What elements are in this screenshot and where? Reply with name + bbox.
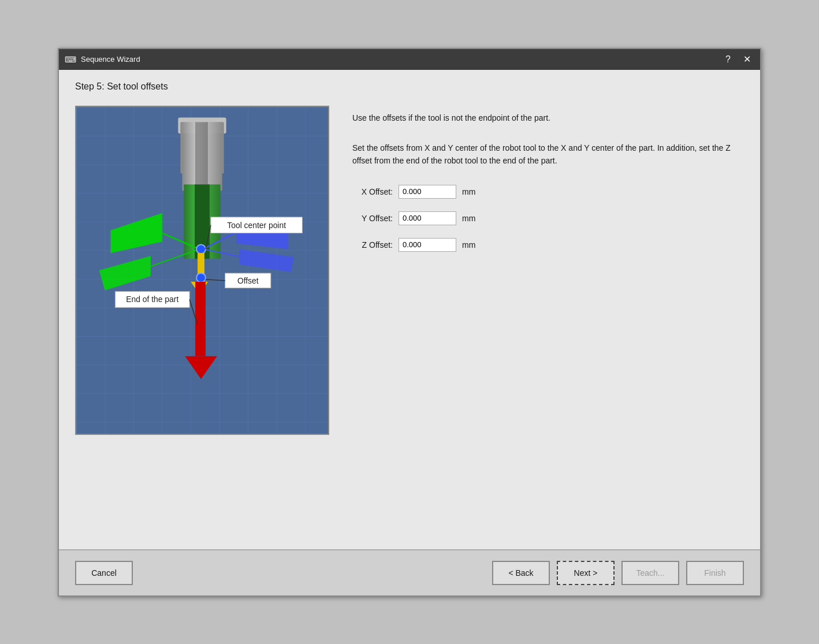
step-title: Step 5: Set tool offsets [75, 81, 744, 92]
content-area: Step 5: Set tool offsets [59, 70, 760, 549]
right-panel: Use the offsets if the tool is not the e… [352, 106, 744, 252]
main-window: ⌨ Sequence Wizard ? ✕ Step 5: Set tool o… [58, 48, 761, 597]
z-offset-input[interactable] [399, 238, 456, 252]
description-line1: Use the offsets if the tool is not the e… [352, 111, 744, 124]
help-button[interactable]: ? [722, 53, 734, 66]
svg-text:End of the part: End of the part [126, 295, 178, 304]
svg-point-19 [196, 273, 206, 282]
svg-text:Tool center point: Tool center point [227, 220, 286, 229]
finish-button[interactable]: Finish [686, 561, 744, 585]
x-offset-input[interactable] [399, 185, 456, 199]
title-bar-controls: ? ✕ [722, 53, 754, 66]
main-content: Tool center point Offset End of the part [75, 106, 744, 538]
z-offset-row: Z Offset: mm [352, 238, 744, 252]
offsets-section: X Offset: mm Y Offset: mm Z Offset: [352, 185, 744, 252]
next-button[interactable]: Next > [557, 561, 615, 585]
y-offset-row: Y Offset: mm [352, 211, 744, 225]
z-offset-unit: mm [462, 240, 475, 250]
title-bar: ⌨ Sequence Wizard ? ✕ [59, 49, 760, 70]
svg-rect-5 [195, 122, 208, 191]
svg-point-16 [196, 244, 206, 254]
svg-text:Offset: Offset [237, 276, 259, 285]
cancel-button[interactable]: Cancel [75, 561, 133, 585]
close-button[interactable]: ✕ [740, 53, 754, 66]
teach-button[interactable]: Teach... [621, 561, 679, 585]
x-offset-label: X Offset: [352, 187, 393, 196]
y-offset-unit: mm [462, 214, 475, 223]
footer: Cancel < Back Next > Teach... Finish [59, 549, 760, 595]
svg-rect-20 [195, 281, 206, 356]
diagram-area: Tool center point Offset End of the part [75, 106, 329, 435]
x-offset-unit: mm [462, 187, 475, 196]
y-offset-input[interactable] [399, 211, 456, 225]
back-button[interactable]: < Back [492, 561, 550, 585]
window-icon: ⌨ [65, 55, 76, 64]
description-line2: Set the offsets from X and Y center of t… [352, 142, 744, 167]
z-offset-label: Z Offset: [352, 240, 393, 250]
window-title: Sequence Wizard [81, 55, 722, 64]
x-offset-row: X Offset: mm [352, 185, 744, 199]
y-offset-label: Y Offset: [352, 214, 393, 223]
